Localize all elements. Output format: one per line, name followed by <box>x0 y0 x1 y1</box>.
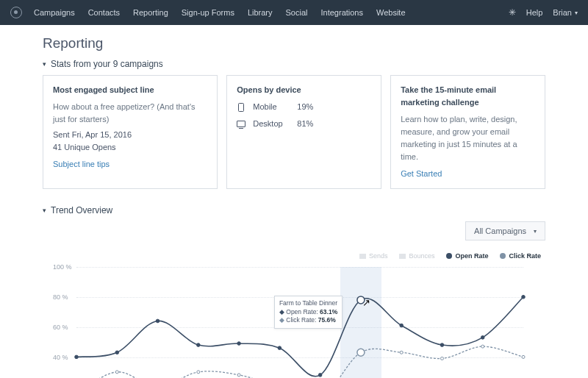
user-menu[interactable]: Brian ▾ <box>553 8 578 17</box>
cursor-icon: ↖ <box>362 297 370 308</box>
data-point[interactable] <box>522 296 526 299</box>
stats-cards: Most engaged subject line How about a fr… <box>43 75 545 189</box>
data-point[interactable] <box>400 352 403 354</box>
y-tick: 100 % <box>53 263 72 271</box>
data-point[interactable] <box>197 343 201 347</box>
data-point[interactable] <box>481 336 484 340</box>
nav-library[interactable]: Library <box>248 8 273 17</box>
y-tick: 80 % <box>53 293 68 301</box>
data-point[interactable] <box>75 355 79 359</box>
filter-label: All Campaigns <box>474 227 526 235</box>
chevron-down-icon: ▾ <box>575 10 578 16</box>
trend-toggle[interactable]: ▾ Trend Overview <box>43 205 545 215</box>
device-label: Mobile <box>253 101 290 113</box>
data-point[interactable] <box>237 342 241 346</box>
card-opens-device: Opens by device Mobile 19% Desktop 81% <box>226 75 381 189</box>
legend-click[interactable]: Click Rate <box>500 252 541 260</box>
unique-opens: 41 Unique Opens <box>53 141 207 154</box>
nav-contacts[interactable]: Contacts <box>88 8 120 17</box>
device-row-mobile: Mobile 19% <box>237 101 371 113</box>
data-point[interactable] <box>481 345 484 348</box>
data-point[interactable] <box>522 356 525 359</box>
data-point[interactable] <box>237 374 240 377</box>
subject-tips-link[interactable]: Subject line tips <box>53 158 207 171</box>
y-tick: 40 % <box>53 354 68 361</box>
legend-open[interactable]: Open Rate <box>446 252 488 260</box>
get-started-link[interactable]: Get Started <box>401 168 535 180</box>
card-challenge: Take the 15-minute email marketing chall… <box>390 75 545 189</box>
data-point[interactable] <box>115 351 119 354</box>
main-nav: Campaigns Contacts Reporting Sign-up For… <box>34 8 509 17</box>
data-point[interactable] <box>197 371 200 374</box>
nav-integrations[interactable]: Integrations <box>321 8 363 17</box>
data-point[interactable] <box>156 319 159 323</box>
stats-title: Stats from your 9 campaigns <box>51 59 163 69</box>
device-value: 81% <box>297 118 313 130</box>
nav-website[interactable]: Website <box>376 8 406 17</box>
challenge-body: Learn how to plan, write, design, measur… <box>401 113 535 163</box>
card-title: Most engaged subject line <box>53 84 207 96</box>
data-point[interactable] <box>440 343 444 347</box>
card-subject-line: Most engaged subject line How about a fr… <box>43 75 218 189</box>
card-title: Take the 15-minute email marketing chall… <box>401 84 535 109</box>
chart-tooltip: Farm to Table Dinner◆ Open Rate: 63.1%◆ … <box>274 296 343 328</box>
data-point[interactable] <box>278 346 282 350</box>
card-title: Opens by device <box>237 84 371 96</box>
chart-legend: Sends Bounces Open Rate Click Rate <box>43 252 545 260</box>
sent-date: Sent Fri, Apr 15, 2016 <box>53 129 207 141</box>
nav-reporting[interactable]: Reporting <box>133 8 168 17</box>
chevron-down-icon: ▾ <box>534 228 537 235</box>
notifications-icon[interactable]: ✳ <box>509 7 516 18</box>
nav-campaigns[interactable]: Campaigns <box>34 8 75 17</box>
nav-social[interactable]: Social <box>286 8 308 17</box>
data-point[interactable] <box>440 357 443 360</box>
mobile-icon <box>237 103 245 112</box>
device-label: Desktop <box>253 118 290 130</box>
logo-icon[interactable] <box>10 7 22 18</box>
page-title: Reporting <box>43 35 545 51</box>
y-tick: 60 % <box>53 324 68 331</box>
data-point[interactable] <box>115 371 118 374</box>
device-value: 19% <box>297 101 313 113</box>
data-point[interactable] <box>400 324 404 328</box>
device-row-desktop: Desktop 81% <box>237 118 371 130</box>
nav-signup[interactable]: Sign-up Forms <box>182 8 234 17</box>
caret-down-icon: ▾ <box>43 207 46 214</box>
highlight-point[interactable] <box>357 349 365 357</box>
help-link[interactable]: Help <box>526 8 543 17</box>
subject-text: How about a free appetizer? (And that's … <box>53 101 207 126</box>
user-name: Brian <box>553 8 572 17</box>
data-point[interactable] <box>318 374 322 377</box>
desktop-icon <box>237 121 245 127</box>
caret-down-icon: ▾ <box>43 60 46 68</box>
campaign-filter[interactable]: All Campaigns ▾ <box>465 221 545 240</box>
trend-chart[interactable]: Open / Click Rate Email Count 100 %80 %6… <box>43 263 545 378</box>
stats-toggle[interactable]: ▾ Stats from your 9 campaigns <box>43 59 545 69</box>
legend-sends[interactable]: Sends <box>359 252 388 260</box>
series-click-rate <box>76 346 523 378</box>
trend-title: Trend Overview <box>51 205 112 215</box>
legend-bounces[interactable]: Bounces <box>399 252 434 260</box>
topbar: Campaigns Contacts Reporting Sign-up For… <box>0 0 588 25</box>
